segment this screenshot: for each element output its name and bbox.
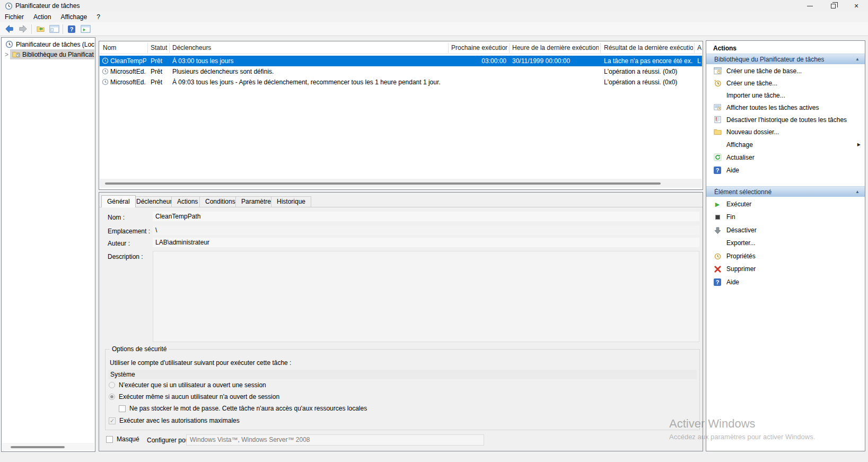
menu-bar: Fichier Action Affichage ?: [0, 12, 868, 22]
action-proprietes[interactable]: Propriétés: [706, 250, 865, 263]
column-separator: [600, 43, 601, 53]
active-tasks-icon: [713, 103, 722, 112]
account-caption: Utiliser le compte d'utilisateur suivant…: [110, 359, 291, 367]
menu-aide[interactable]: ?: [92, 12, 105, 22]
expander-chevron-icon[interactable]: >: [5, 51, 8, 58]
action-affichage[interactable]: Affichage ▶: [706, 138, 865, 151]
task-list-scrollbar-thumb[interactable]: [105, 182, 661, 185]
tree-horizontal-scrollbar[interactable]: [2, 443, 94, 451]
toolbar: ?: [0, 22, 868, 36]
section-header-selected-item[interactable]: Élément sélectionné ▲: [706, 186, 865, 197]
menu-fichier[interactable]: Fichier: [0, 12, 29, 22]
column-separator: [147, 43, 148, 53]
restore-button[interactable]: [821, 0, 845, 12]
action-creer-tache-de-base[interactable]: Créer une tâche de base...: [706, 65, 865, 77]
action-actualiser[interactable]: Actualiser: [706, 151, 865, 163]
action-desactiver-historique[interactable]: Désactiver l'historique de toutes les tâ…: [706, 114, 865, 126]
description-field: [153, 251, 699, 342]
column-header-resultat-derniere-execution[interactable]: Résultat de la dernière exécution: [604, 44, 693, 51]
tab-historique[interactable]: Historique: [271, 196, 311, 207]
cell-statut: Prêt: [151, 68, 168, 75]
action-label: Créer une tâche...: [726, 80, 855, 87]
export-list-button[interactable]: [33, 23, 47, 36]
action-supprimer[interactable]: Supprimer: [706, 263, 865, 275]
help-icon: ?: [68, 25, 75, 33]
cell-resultat: L'opération a réussi. (0x0): [604, 79, 693, 86]
action-label: Aide: [726, 167, 855, 174]
help-button[interactable]: ?: [65, 23, 78, 36]
task-row-cleantemppath[interactable]: CleanTempP... Prêt À 03:00 tous les jour…: [100, 56, 702, 66]
folder-icon: [713, 128, 722, 136]
security-options-group: Options de sécurité Utiliser le compte d…: [105, 349, 700, 430]
cell-resultat: L'opération a réussi. (0x0): [604, 68, 693, 75]
tree-library-label: Bibliothèque du Planificat: [22, 51, 94, 58]
section-header-library[interactable]: Bibliothèque du Planificateur de tâches …: [706, 54, 865, 64]
task-row-microsoftedge-2[interactable]: MicrosoftEd... Prêt À 09:03 tous les jou…: [100, 77, 702, 88]
cell-resultat: La tâche n'a pas encore été ex...: [604, 57, 693, 65]
task-clock-icon: [102, 79, 109, 85]
restore-icon: [831, 4, 836, 8]
run-icon: ▶: [713, 200, 722, 208]
name-label: Nom :: [108, 214, 125, 221]
console-action-pane-icon: [81, 24, 91, 34]
tree-item-library[interactable]: > Bibliothèque du Planificat: [2, 49, 95, 59]
menu-action[interactable]: Action: [29, 12, 56, 22]
action-creer-tache[interactable]: Créer une tâche...: [706, 77, 865, 89]
title-bar: Planificateur de tâches ×: [0, 0, 868, 12]
back-arrow-icon: [4, 24, 14, 34]
task-list-horizontal-scrollbar[interactable]: [100, 179, 702, 188]
menu-affichage[interactable]: Affichage: [56, 12, 92, 22]
action-label: Aide: [726, 278, 855, 286]
close-icon: ×: [854, 2, 858, 10]
action-label: Exécuter: [726, 201, 855, 208]
column-header-prochaine-execution[interactable]: Prochaine exécution: [451, 44, 507, 51]
task-details-pane: Général Déclencheurs Actions Conditions …: [99, 192, 703, 451]
tab-conditions[interactable]: Conditions: [199, 196, 241, 207]
close-button[interactable]: ×: [845, 0, 868, 12]
action-exporter[interactable]: Exporter...: [706, 237, 865, 249]
action-aide-library[interactable]: ? Aide: [706, 164, 865, 176]
task-scheduler-window: Planificateur de tâches × Fichier Action…: [0, 0, 868, 462]
action-aide-selected[interactable]: ? Aide: [706, 276, 865, 289]
action-label: Désactiver: [726, 226, 855, 234]
tree-item-root[interactable]: Planificateur de tâches (Local: [2, 39, 95, 49]
tree-scrollbar-thumb[interactable]: [11, 446, 65, 448]
column-separator: [169, 43, 170, 53]
column-header-declencheurs[interactable]: Déclencheurs: [172, 44, 445, 51]
minimize-icon: [807, 6, 813, 6]
action-afficher-taches-actives[interactable]: Afficher toutes les tâches actives: [706, 101, 865, 114]
column-header-statut[interactable]: Statut: [151, 44, 168, 51]
action-desactiver[interactable]: Désactiver: [706, 224, 865, 237]
configure-for-combobox: Windows Vista™, Windows Server™ 2008: [186, 434, 484, 446]
action-fin[interactable]: Fin: [706, 211, 865, 223]
forward-button[interactable]: [16, 23, 30, 36]
action-label: Actualiser: [726, 154, 855, 161]
cell-declencheurs: À 09:03 tous les jours - Après le déclen…: [172, 79, 538, 86]
action-nouveau-dossier[interactable]: Nouveau dossier...: [706, 126, 865, 138]
minimize-button[interactable]: [798, 0, 821, 12]
action-label: Affichage: [726, 141, 855, 149]
column-header-auteur[interactable]: A: [697, 44, 703, 51]
radio-run-logged-on: N'exécuter que si un utilisateur a ouver…: [109, 381, 266, 389]
cell-statut: Prêt: [151, 57, 168, 65]
action-importer-tache[interactable]: Importer une tâche...: [706, 89, 865, 101]
collapse-caret-icon: ▲: [855, 189, 860, 194]
show-console-tree-button[interactable]: [47, 23, 61, 36]
action-label: Nouveau dossier...: [726, 128, 855, 136]
radio-selected-icon: [109, 394, 115, 400]
column-header-heure-derniere-execution[interactable]: Heure de la dernière exécution: [512, 44, 599, 51]
action-executer[interactable]: ▶ Exécuter: [706, 198, 865, 211]
history-icon: [713, 116, 722, 124]
action-label: Afficher toutes les tâches actives: [726, 104, 855, 111]
back-button[interactable]: [2, 23, 16, 36]
location-field: \: [153, 225, 699, 235]
column-header-nom[interactable]: Nom: [103, 44, 140, 51]
author-label: Auteur :: [108, 240, 130, 247]
checkbox-icon: [106, 436, 113, 443]
show-action-pane-button[interactable]: [78, 23, 92, 36]
column-separator: [448, 43, 449, 53]
task-row-microsoftedge-1[interactable]: MicrosoftEd... Prêt Plusieurs déclencheu…: [100, 66, 702, 77]
stop-icon: [713, 213, 722, 221]
task-clock-icon: [102, 68, 109, 75]
tab-general[interactable]: Général: [101, 195, 136, 207]
